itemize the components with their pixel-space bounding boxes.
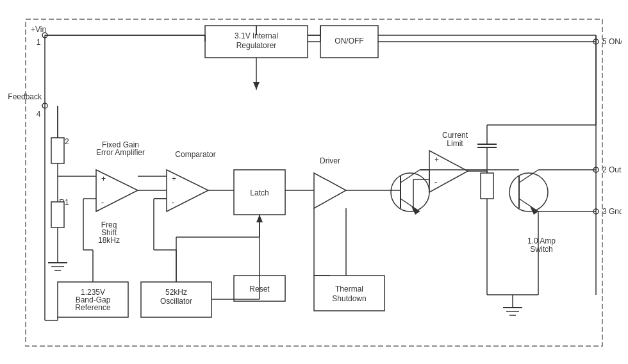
bandgap-label3: Reference bbox=[75, 303, 111, 312]
fixed-gain-label2: Error Amplifier bbox=[96, 148, 145, 157]
pin2-label: 2 Output bbox=[602, 165, 622, 174]
svg-line-60 bbox=[401, 199, 420, 211]
svg-rect-53 bbox=[481, 173, 493, 199]
pin3-label: 3 Gnd bbox=[602, 207, 622, 216]
driver-label: Driver bbox=[320, 156, 340, 165]
svg-marker-38 bbox=[314, 173, 346, 208]
svg-line-59 bbox=[401, 170, 420, 183]
oscillator-label2: Oscillator bbox=[160, 297, 192, 306]
vin-label: +Vin bbox=[31, 25, 46, 34]
current-limit-label2: Limit bbox=[447, 139, 463, 148]
circuit-diagram: +Vin 1 Feedback 4 3.1V Internal Regulato… bbox=[6, 6, 622, 358]
pin5-label: 5 ON/OFF bbox=[602, 37, 622, 46]
current-limit-label: Current bbox=[442, 131, 468, 140]
svg-rect-16 bbox=[51, 138, 64, 163]
svg-rect-19 bbox=[51, 202, 64, 228]
amp-switch-label2: Switch bbox=[530, 245, 552, 254]
cl-plus: + bbox=[434, 155, 439, 164]
thermal-shutdown-label2: Shutdown bbox=[332, 294, 366, 303]
latch-label: Latch bbox=[250, 188, 269, 197]
onoff-label: ON/OFF bbox=[335, 37, 363, 46]
amp-switch-label: 1.0 Amp bbox=[527, 236, 556, 245]
feedback-label: Feedback bbox=[8, 92, 42, 101]
thermal-shutdown-label: Thermal bbox=[335, 285, 363, 294]
opamp-minus: - bbox=[101, 198, 104, 207]
svg-marker-9 bbox=[253, 82, 260, 90]
opamp-plus: + bbox=[101, 174, 106, 183]
regulator-label2: Regulatorer bbox=[236, 41, 277, 50]
oscillator-label: 52kHz bbox=[165, 288, 187, 297]
comp-minus: - bbox=[172, 198, 174, 207]
cl-minus: - bbox=[434, 178, 437, 186]
svg-line-64 bbox=[519, 170, 538, 183]
freq-shift-label3: 18kHz bbox=[98, 236, 120, 245]
comparator-label: Comparator bbox=[175, 150, 215, 159]
svg-line-65 bbox=[519, 199, 538, 211]
pin4-label: 4 bbox=[37, 110, 41, 119]
svg-point-67 bbox=[509, 173, 548, 211]
svg-point-62 bbox=[391, 173, 429, 211]
comp-plus: + bbox=[172, 174, 176, 183]
pin1-label: 1 bbox=[37, 38, 41, 47]
